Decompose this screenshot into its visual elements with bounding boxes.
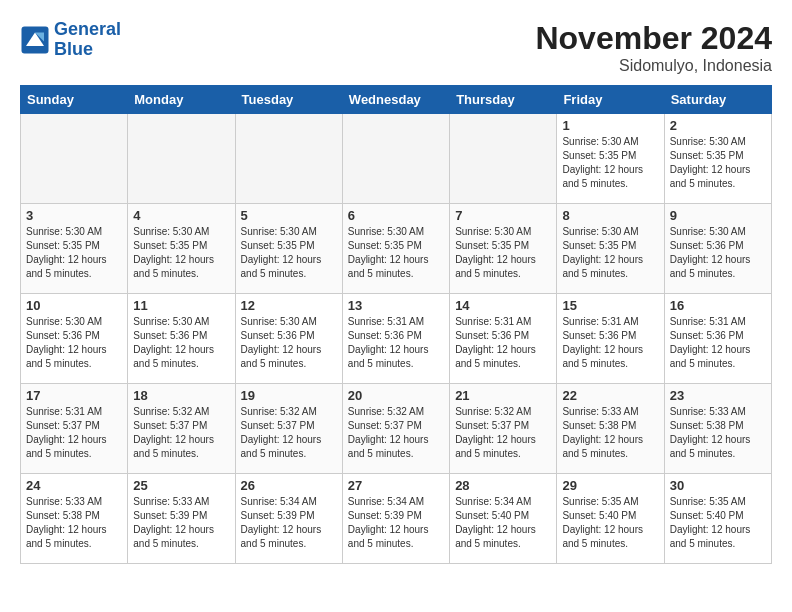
- day-header-friday: Friday: [557, 86, 664, 114]
- calendar-week-5: 24 Sunrise: 5:33 AM Sunset: 5:38 PM Dayl…: [21, 474, 772, 564]
- calendar-day: [450, 114, 557, 204]
- calendar-week-2: 3 Sunrise: 5:30 AM Sunset: 5:35 PM Dayli…: [21, 204, 772, 294]
- calendar-day: 15 Sunrise: 5:31 AM Sunset: 5:36 PM Dayl…: [557, 294, 664, 384]
- sunset-text: Sunset: 5:40 PM: [670, 509, 766, 523]
- sunset-text: Sunset: 5:36 PM: [348, 329, 444, 343]
- day-info: Sunrise: 5:34 AM Sunset: 5:40 PM Dayligh…: [455, 495, 551, 551]
- sunrise-text: Sunrise: 5:31 AM: [455, 315, 551, 329]
- day-number: 15: [562, 298, 658, 313]
- daylight-text: Daylight: 12 hours and 5 minutes.: [348, 523, 444, 551]
- calendar-day: 8 Sunrise: 5:30 AM Sunset: 5:35 PM Dayli…: [557, 204, 664, 294]
- calendar-day: 16 Sunrise: 5:31 AM Sunset: 5:36 PM Dayl…: [664, 294, 771, 384]
- sunrise-text: Sunrise: 5:30 AM: [562, 135, 658, 149]
- day-info: Sunrise: 5:30 AM Sunset: 5:35 PM Dayligh…: [562, 225, 658, 281]
- sunset-text: Sunset: 5:35 PM: [241, 239, 337, 253]
- sunrise-text: Sunrise: 5:30 AM: [562, 225, 658, 239]
- day-info: Sunrise: 5:30 AM Sunset: 5:36 PM Dayligh…: [133, 315, 229, 371]
- daylight-text: Daylight: 12 hours and 5 minutes.: [133, 433, 229, 461]
- sunset-text: Sunset: 5:36 PM: [133, 329, 229, 343]
- day-number: 21: [455, 388, 551, 403]
- day-number: 13: [348, 298, 444, 313]
- calendar-day: 4 Sunrise: 5:30 AM Sunset: 5:35 PM Dayli…: [128, 204, 235, 294]
- calendar-day: 22 Sunrise: 5:33 AM Sunset: 5:38 PM Dayl…: [557, 384, 664, 474]
- daylight-text: Daylight: 12 hours and 5 minutes.: [133, 343, 229, 371]
- day-header-sunday: Sunday: [21, 86, 128, 114]
- calendar-day: 6 Sunrise: 5:30 AM Sunset: 5:35 PM Dayli…: [342, 204, 449, 294]
- day-number: 7: [455, 208, 551, 223]
- sunrise-text: Sunrise: 5:30 AM: [670, 135, 766, 149]
- calendar-day: [342, 114, 449, 204]
- logo-line1: General: [54, 19, 121, 39]
- day-info: Sunrise: 5:30 AM Sunset: 5:35 PM Dayligh…: [133, 225, 229, 281]
- sunset-text: Sunset: 5:36 PM: [670, 329, 766, 343]
- calendar-day: 18 Sunrise: 5:32 AM Sunset: 5:37 PM Dayl…: [128, 384, 235, 474]
- daylight-text: Daylight: 12 hours and 5 minutes.: [455, 523, 551, 551]
- calendar-day: [235, 114, 342, 204]
- sunset-text: Sunset: 5:35 PM: [26, 239, 122, 253]
- day-number: 3: [26, 208, 122, 223]
- sunset-text: Sunset: 5:38 PM: [26, 509, 122, 523]
- sunset-text: Sunset: 5:36 PM: [241, 329, 337, 343]
- sunrise-text: Sunrise: 5:33 AM: [670, 405, 766, 419]
- day-number: 11: [133, 298, 229, 313]
- daylight-text: Daylight: 12 hours and 5 minutes.: [241, 523, 337, 551]
- day-number: 6: [348, 208, 444, 223]
- sunrise-text: Sunrise: 5:30 AM: [455, 225, 551, 239]
- daylight-text: Daylight: 12 hours and 5 minutes.: [348, 253, 444, 281]
- sunset-text: Sunset: 5:40 PM: [562, 509, 658, 523]
- calendar-day: 3 Sunrise: 5:30 AM Sunset: 5:35 PM Dayli…: [21, 204, 128, 294]
- calendar-week-1: 1 Sunrise: 5:30 AM Sunset: 5:35 PM Dayli…: [21, 114, 772, 204]
- daylight-text: Daylight: 12 hours and 5 minutes.: [562, 163, 658, 191]
- calendar-day: 1 Sunrise: 5:30 AM Sunset: 5:35 PM Dayli…: [557, 114, 664, 204]
- calendar-day: 9 Sunrise: 5:30 AM Sunset: 5:36 PM Dayli…: [664, 204, 771, 294]
- day-number: 26: [241, 478, 337, 493]
- day-info: Sunrise: 5:33 AM Sunset: 5:38 PM Dayligh…: [670, 405, 766, 461]
- sunrise-text: Sunrise: 5:32 AM: [133, 405, 229, 419]
- sunrise-text: Sunrise: 5:30 AM: [26, 315, 122, 329]
- day-number: 14: [455, 298, 551, 313]
- sunset-text: Sunset: 5:35 PM: [133, 239, 229, 253]
- day-info: Sunrise: 5:32 AM Sunset: 5:37 PM Dayligh…: [455, 405, 551, 461]
- calendar-day: 20 Sunrise: 5:32 AM Sunset: 5:37 PM Dayl…: [342, 384, 449, 474]
- day-info: Sunrise: 5:30 AM Sunset: 5:35 PM Dayligh…: [348, 225, 444, 281]
- day-info: Sunrise: 5:33 AM Sunset: 5:39 PM Dayligh…: [133, 495, 229, 551]
- page-header: General Blue November 2024 Sidomulyo, In…: [20, 20, 772, 75]
- daylight-text: Daylight: 12 hours and 5 minutes.: [26, 343, 122, 371]
- day-info: Sunrise: 5:31 AM Sunset: 5:36 PM Dayligh…: [348, 315, 444, 371]
- day-number: 17: [26, 388, 122, 403]
- sunrise-text: Sunrise: 5:30 AM: [670, 225, 766, 239]
- sunset-text: Sunset: 5:37 PM: [133, 419, 229, 433]
- daylight-text: Daylight: 12 hours and 5 minutes.: [670, 433, 766, 461]
- day-number: 19: [241, 388, 337, 403]
- logo: General Blue: [20, 20, 121, 60]
- day-header-tuesday: Tuesday: [235, 86, 342, 114]
- calendar-table: SundayMondayTuesdayWednesdayThursdayFrid…: [20, 85, 772, 564]
- sunrise-text: Sunrise: 5:30 AM: [133, 315, 229, 329]
- sunset-text: Sunset: 5:39 PM: [133, 509, 229, 523]
- daylight-text: Daylight: 12 hours and 5 minutes.: [455, 253, 551, 281]
- daylight-text: Daylight: 12 hours and 5 minutes.: [133, 523, 229, 551]
- sunrise-text: Sunrise: 5:31 AM: [670, 315, 766, 329]
- day-number: 10: [26, 298, 122, 313]
- day-number: 18: [133, 388, 229, 403]
- day-info: Sunrise: 5:31 AM Sunset: 5:37 PM Dayligh…: [26, 405, 122, 461]
- day-info: Sunrise: 5:33 AM Sunset: 5:38 PM Dayligh…: [26, 495, 122, 551]
- calendar-week-4: 17 Sunrise: 5:31 AM Sunset: 5:37 PM Dayl…: [21, 384, 772, 474]
- day-number: 25: [133, 478, 229, 493]
- daylight-text: Daylight: 12 hours and 5 minutes.: [348, 343, 444, 371]
- day-info: Sunrise: 5:30 AM Sunset: 5:36 PM Dayligh…: [670, 225, 766, 281]
- calendar-day: 26 Sunrise: 5:34 AM Sunset: 5:39 PM Dayl…: [235, 474, 342, 564]
- logo-icon: [20, 25, 50, 55]
- day-number: 9: [670, 208, 766, 223]
- day-header-saturday: Saturday: [664, 86, 771, 114]
- sunrise-text: Sunrise: 5:30 AM: [241, 225, 337, 239]
- daylight-text: Daylight: 12 hours and 5 minutes.: [562, 523, 658, 551]
- sunset-text: Sunset: 5:35 PM: [562, 239, 658, 253]
- sunrise-text: Sunrise: 5:34 AM: [241, 495, 337, 509]
- day-number: 23: [670, 388, 766, 403]
- day-number: 20: [348, 388, 444, 403]
- calendar-day: 19 Sunrise: 5:32 AM Sunset: 5:37 PM Dayl…: [235, 384, 342, 474]
- calendar-day: 13 Sunrise: 5:31 AM Sunset: 5:36 PM Dayl…: [342, 294, 449, 384]
- day-number: 16: [670, 298, 766, 313]
- day-number: 29: [562, 478, 658, 493]
